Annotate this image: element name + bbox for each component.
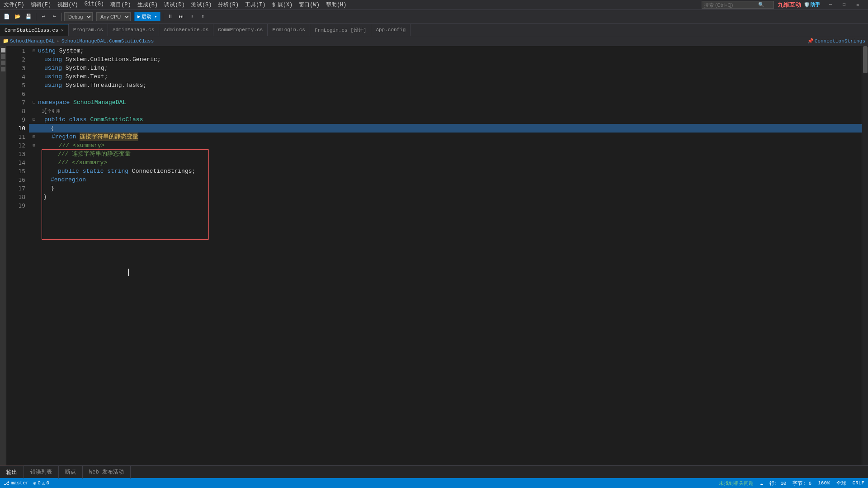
menu-analyze[interactable]: 分析(R) [218, 1, 239, 9]
bottom-tab-breakpoints[interactable]: 断点 [59, 466, 83, 479]
code-line-5[interactable]: using System.Threading.Tasks; [29, 81, 862, 90]
fold-9[interactable]: ⊟ [31, 117, 37, 123]
toolbar-breakpoint[interactable]: ⏸ [165, 12, 175, 22]
code-line-19[interactable] [29, 201, 862, 210]
menu-view[interactable]: 视图(V) [57, 1, 78, 9]
minimize-button[interactable]: ─ [824, 0, 837, 10]
code-line-8[interactable]: { [29, 107, 862, 115]
menu-project[interactable]: 项目(P) [110, 1, 131, 9]
tab-frmlogin[interactable]: FrmLogin.cs [268, 24, 310, 36]
fold-12[interactable]: ⊟ [31, 142, 37, 149]
scrollbar-vertical[interactable] [862, 46, 868, 465]
nav-project[interactable]: SchoolManageDAL [10, 38, 55, 44]
menu-debug[interactable]: 调试(D) [164, 1, 185, 9]
class-name: CommStaticClass [90, 115, 143, 124]
status-git[interactable]: ⎇ master [4, 480, 29, 486]
code-line-6[interactable] [29, 90, 862, 98]
menu-edit[interactable]: 编辑(E) [31, 1, 52, 9]
run-label: 启动 ▾ [142, 13, 157, 20]
close-button[interactable]: ✕ [851, 0, 864, 10]
tab-commstatic[interactable]: CommStaticClass.cs ✕ [0, 24, 69, 36]
tab-appconfig[interactable]: App.config [371, 24, 410, 36]
code-line-14[interactable]: /// </summary> [29, 158, 862, 167]
bottom-tab-errors[interactable]: 错误列表 [24, 466, 59, 479]
tab-commproperty[interactable]: CommProperty.cs [213, 24, 268, 36]
status-encoding[interactable]: 全球 [836, 480, 846, 487]
status-zoom[interactable]: 160% [818, 480, 830, 486]
activity-search[interactable] [1, 54, 5, 59]
menu-extensions[interactable]: 扩展(X) [272, 1, 293, 9]
toolbar-stepover[interactable]: ⏭ [176, 12, 186, 22]
tab-adminmanage[interactable]: AdminManage.cs [108, 24, 159, 36]
nav-member[interactable]: ConnectionStrings [815, 38, 865, 44]
warning-count: 0 [46, 480, 49, 486]
menu-build[interactable]: 生成(B) [137, 1, 158, 9]
activity-files[interactable] [1, 48, 5, 52]
code-line-13[interactable]: /// 连接字符串的静态变量 [29, 150, 862, 158]
status-no-errors[interactable]: 未找到相关问题 [719, 480, 754, 487]
code-line-1[interactable]: ⊟ using System; [29, 47, 862, 55]
activity-debug[interactable] [1, 67, 5, 71]
fold-7[interactable]: ⊟ [31, 99, 37, 106]
bottom-tab-output[interactable]: 输出 [0, 466, 24, 479]
ln-8: 8 [6, 107, 25, 115]
git-icon: ⎇ [4, 480, 9, 486]
toolbar-new[interactable]: 📄 [2, 12, 12, 22]
run-button[interactable]: ▶ 启动 ▾ [134, 12, 160, 21]
code-line-11[interactable]: ⊟ #region 连接字符串的静态变量 [29, 133, 862, 141]
nav-class[interactable]: SchoolManageDAL.CommStaticClass [61, 38, 154, 44]
ref-count-badge[interactable]: 1 个引用 [42, 107, 61, 116]
menu-test[interactable]: 测试(S) [191, 1, 212, 9]
debug-config-select[interactable]: Debug [64, 12, 93, 21]
toolbar-save[interactable]: 💾 [24, 12, 33, 22]
line-numbers: 1 2 3 4 5 6 7 8 9 10 11 12 13 14 15 16 1… [6, 46, 29, 465]
maximize-button[interactable]: □ [837, 0, 851, 10]
code-content[interactable]: ⊟ using System; ⊟ using System.Collectio… [29, 46, 862, 465]
fold-1[interactable]: ⊟ [31, 48, 37, 54]
status-indicator[interactable]: ☁ [760, 480, 763, 486]
menu-git[interactable]: Git(G) [85, 1, 104, 9]
tab-appconfig-label: App.config [376, 27, 406, 33]
menu-file[interactable]: 文件(F) [4, 1, 24, 9]
toolbar-undo[interactable]: ↩ [38, 12, 48, 22]
search-input[interactable] [704, 2, 758, 8]
status-col[interactable]: 字节: 6 [793, 480, 811, 487]
menu-window[interactable]: 窗口(W) [299, 1, 320, 9]
kw-using-3: using [44, 64, 62, 72]
tab-frmlogin-design[interactable]: FrmLogin.cs [设计] [310, 24, 371, 36]
status-line-ending[interactable]: CRLF [853, 480, 864, 486]
code-line-7[interactable]: ⊟ namespace SchoolManageDAL [29, 98, 862, 107]
line-text: 行: 10 [769, 480, 786, 487]
error-count: 0 [38, 480, 41, 486]
status-errors[interactable]: ⊗ 0 ⚠ 0 [33, 480, 49, 486]
tab-commstatic-close[interactable]: ✕ [61, 28, 64, 33]
toolbar-redo[interactable]: ↪ [49, 12, 59, 22]
status-line[interactable]: 行: 10 [769, 480, 786, 487]
ns-name: SchoolManageDAL [73, 98, 126, 107]
tab-program[interactable]: Program.cs [69, 24, 108, 36]
code-line-18[interactable]: } [29, 193, 862, 201]
code-line-2[interactable]: ⊟ using System.Collections.Generic; [29, 55, 862, 64]
activity-git[interactable] [1, 61, 5, 65]
platform-select[interactable]: Any CPU [96, 12, 131, 21]
menu-help[interactable]: 帮助(H) [326, 1, 347, 9]
toolbar-stepout[interactable]: ⬆ [198, 12, 208, 22]
code-line-4[interactable]: using System.Text; [29, 72, 862, 81]
ln-18: 18 [6, 193, 25, 201]
code-line-17[interactable]: } [29, 184, 862, 193]
nav-bar: 📁 SchoolManageDAL ▸ SchoolManageDAL.Comm… [0, 36, 868, 46]
toolbar-stepin[interactable]: ⬇ [187, 12, 197, 22]
code-line-10[interactable]: { [29, 124, 862, 133]
bottom-tab-webpublish[interactable]: Web 发布活动 [83, 466, 131, 479]
code-line-9[interactable]: ⊟ 1 个引用 public class CommStaticClass [29, 115, 862, 124]
code-line-15[interactable]: public static string ConnectionStrings; [29, 167, 862, 175]
code-line-3[interactable]: ⊟ using System.Linq; [29, 64, 862, 72]
scrollbar-thumb[interactable] [863, 46, 868, 73]
search-box[interactable]: 🔍 [702, 1, 774, 9]
toolbar-open[interactable]: 📂 [13, 12, 23, 22]
fold-11[interactable]: ⊟ [31, 134, 37, 140]
code-line-12[interactable]: ⊟ /// <summary> [29, 141, 862, 150]
menu-tools[interactable]: 工具(T) [245, 1, 266, 9]
code-line-16[interactable]: #endregion [29, 175, 862, 184]
tab-adminservice[interactable]: AdminService.cs [159, 24, 213, 36]
